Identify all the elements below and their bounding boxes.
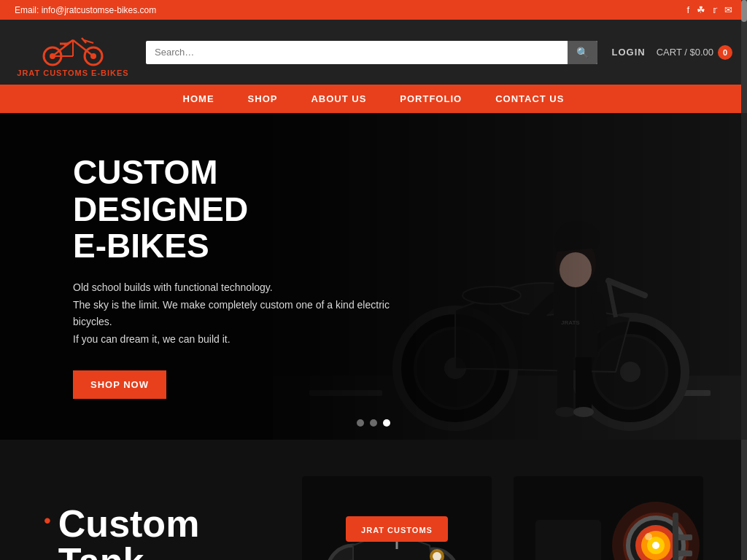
login-button[interactable]: LOGIN [612,47,646,58]
hero-section: JRATS CUSTOM DESIGNED E-BIKES Old school… [0,113,747,440]
section-title-line1: Custom Tank [58,505,273,560]
social-icons: f ☘ 𝕣 ✉ [686,4,732,15]
scroll-thumb[interactable] [741,0,747,22]
svg-rect-61 [673,513,678,560]
light-image [514,476,703,560]
nav-about[interactable]: ABOUT US [305,85,372,113]
svg-point-58 [645,533,652,540]
svg-text:JRAT CUSTOMS: JRAT CUSTOMS [361,526,433,534]
logo-text: JRAT CUSTOMS E-BIKES [17,69,128,77]
hero-title: CUSTOM DESIGNED E-BIKES [73,154,401,265]
twitter-icon[interactable]: 𝕣 [713,4,717,15]
section-title-group: • Custom Tank Lights [44,505,273,560]
bullet-icon: • [44,510,51,531]
bike-sign-svg: JRAT CUSTOMS [302,476,492,560]
slider-dot-1[interactable] [357,419,364,427]
slider-dot-3[interactable] [383,419,390,427]
light-svg [514,476,703,560]
search-button[interactable]: 🔍 [568,41,597,64]
hero-subtitle-line3: If you can dream it, we can build it. [73,331,401,349]
top-bar: Email: info@jratcustomse-bikes.com f ☘ 𝕣… [0,0,747,20]
hero-subtitle-line2: The sky is the limit. We make completely… [73,297,401,332]
hero-content: CUSTOM DESIGNED E-BIKES Old school build… [0,154,401,399]
features-section: • Custom Tank Lights JRAT [0,440,747,560]
site-header: JRAT CUSTOMS E-BIKES 🔍 LOGIN CART / $0.0… [0,20,747,85]
main-nav: HOME SHOP ABOUT US PORTFOLIO CONTACT US [0,85,747,113]
nav-shop[interactable]: SHOP [242,85,284,113]
nav-portfolio[interactable]: PORTFOLIO [394,85,468,113]
mail-icon[interactable]: ✉ [724,4,732,15]
hero-subtitle-line1: Old school builds with functional techno… [73,279,401,297]
svg-point-57 [652,542,659,549]
instagram-icon[interactable]: ☘ [697,4,705,15]
nav-home[interactable]: HOME [177,85,220,113]
nav-contact[interactable]: CONTACT US [489,85,570,113]
section-text: • Custom Tank Lights [44,505,273,560]
cart-label: CART / $0.00 [657,47,713,58]
search-bar[interactable]: 🔍 [146,41,597,64]
search-input[interactable] [146,41,568,63]
logo-icon [36,27,109,67]
hero-title-line2: E-BIKES [73,227,209,265]
section-images: JRAT CUSTOMS [302,476,703,560]
header-actions: LOGIN CART / $0.00 0 [612,45,732,60]
cart-count: 0 [718,45,732,60]
email-label: Email: info@jratcustomse-bikes.com [15,5,156,15]
hero-subtitle: Old school builds with functional techno… [73,279,401,349]
svg-rect-62 [535,520,601,560]
facebook-icon[interactable]: f [686,4,689,15]
hero-title-line1: CUSTOM DESIGNED [73,153,248,228]
shop-now-button[interactable]: SHOP NOW [73,370,166,399]
slider-dots [357,419,390,427]
slider-dot-2[interactable] [370,419,377,427]
bike-sign-image: JRAT CUSTOMS [302,476,492,560]
logo[interactable]: JRAT CUSTOMS E-BIKES [15,27,131,77]
cart-button[interactable]: CART / $0.00 0 [657,45,732,60]
